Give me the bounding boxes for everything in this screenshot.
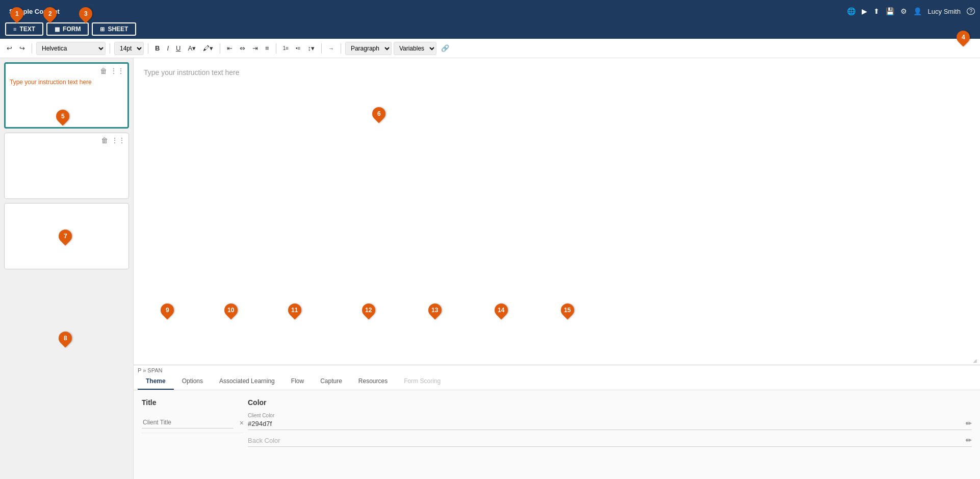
bold-button[interactable]: B [152,43,162,54]
highlight-button[interactable]: 🖍▾ [200,43,216,54]
back-color-edit-button[interactable]: ✏ [966,436,972,444]
indent-button[interactable]: → [326,44,337,53]
slide-1-delete-button[interactable]: 🗑 [100,67,107,75]
separator-5 [276,43,276,54]
slide-item-2[interactable]: 🗑 ⋮⋮ [4,133,129,199]
help-icon[interactable]: ? [967,8,975,15]
globe-icon[interactable]: 🌐 [847,7,856,15]
tab-form-button[interactable]: ▦ FORM [46,22,89,36]
tab-resources[interactable]: Resources [350,373,396,390]
text-tab-icon: ≡ [13,26,16,32]
tab-form-scoring: Form Scoring [396,373,449,390]
client-color-value: #294d7f [248,420,963,427]
slide-2-toolbar: 🗑 ⋮⋮ [101,136,125,144]
back-color-value: Back Color [248,437,963,444]
slide-1-text: Type your instruction text here [10,78,123,87]
font-color-button[interactable]: A▾ [185,43,198,54]
theme-grid: Title × Color Client Color [142,398,972,447]
tab-options[interactable]: Options [174,373,211,390]
client-color-edit-button[interactable]: ✏ [966,419,972,427]
align-left-button[interactable]: ⇤ [224,43,235,54]
client-color-row: #294d7f ✏ [248,419,972,430]
separator-3 [148,43,148,54]
slide-2-delete-button[interactable]: 🗑 [101,136,108,144]
content-area: Type your instruction text here ◢ P » SP… [134,58,980,479]
resize-handle[interactable]: ◢ [973,358,979,364]
tab-sheet-button[interactable]: ⊞ SHEET [92,22,136,36]
slide-2-drag-handle[interactable]: ⋮⋮ [111,136,125,144]
tab-text-button[interactable]: ≡ TEXT [5,22,43,36]
redo-button[interactable]: ↪ [17,43,28,54]
slide-item-3[interactable] [4,203,129,269]
tab-flow[interactable]: Flow [283,373,312,390]
client-color-field: Client Color #294d7f ✏ [248,413,972,430]
tab-form-label: FORM [63,26,81,33]
paragraph-select[interactable]: Paragraph Heading 1 Heading 2 [345,42,392,55]
ordered-list-button[interactable]: 1≡ [280,44,291,53]
separator-7 [341,43,341,54]
separator-4 [220,43,220,54]
tab-sheet-label: SHEET [108,26,128,33]
align-right-button[interactable]: ⇥ [250,43,261,54]
tab-text-label: TEXT [19,26,35,33]
back-color-label: Back Color [248,437,280,444]
color-col-header: Color [248,398,972,407]
client-title-clear-button[interactable]: × [240,419,244,427]
tab-capture[interactable]: Capture [312,373,350,390]
form-tab-icon: ▦ [55,26,60,33]
slide-1-toolbar: 🗑 ⋮⋮ [100,67,124,75]
separator-6 [321,43,322,54]
color-column: Color Client Color #294d7f ✏ [248,398,972,447]
variables-select[interactable]: Variables [394,42,436,55]
undo-button[interactable]: ↩ [4,43,15,54]
back-color-field: Back Color ✏ [248,436,972,447]
nav-tab-sample[interactable]: Sample Content [5,6,64,17]
client-color-label: Client Color [248,413,972,418]
tab-buttons-bar: ≡ TEXT ▦ FORM ⊞ SHEET [0,22,980,39]
align-center-button[interactable]: ⇔ [237,43,248,54]
link-button[interactable]: 🔗 [439,43,452,54]
formatting-toolbar: ↩ ↪ Helvetica Arial Times New Roman 14pt… [0,39,980,58]
client-title-row: × [142,413,244,433]
title-column: Title × [142,398,244,447]
breadcrumb: P » SPAN [134,365,980,373]
separator-1 [32,43,32,54]
unordered-list-button[interactable]: •≡ [293,44,303,53]
editor-area[interactable]: Type your instruction text here ◢ [134,58,980,365]
play-icon[interactable]: ▶ [862,7,867,15]
align-justify-button[interactable]: ≡ [263,43,272,54]
font-size-select[interactable]: 14pt 8pt 10pt 12pt 16pt 18pt [114,42,144,55]
title-col-header: Title [142,398,244,407]
top-nav: Sample Content 🌐 ▶ ⬆ 💾 ⚙ 👤 Lucy Smith ? [0,0,980,22]
italic-button[interactable]: I [164,43,171,54]
settings-icon[interactable]: ⚙ [900,7,907,15]
theme-content: Title × Color Client Color [134,390,980,479]
save-icon[interactable]: 💾 [886,7,894,15]
editor-placeholder: Type your instruction text here [144,68,970,77]
tab-associated-learning[interactable]: Associated Learning [211,373,283,390]
color-fields: Client Color #294d7f ✏ Back Color [248,413,972,447]
main-layout: 🗑 ⋮⋮ Type your instruction text here 🗑 ⋮… [0,58,980,479]
slide-item-1[interactable]: 🗑 ⋮⋮ Type your instruction text here [4,62,129,129]
bottom-tabs: Theme Options Associated Learning Flow C… [134,373,980,390]
bottom-panel: P » SPAN Theme Options Associated Learni… [134,365,980,479]
line-height-button[interactable]: ↕▾ [305,43,317,54]
back-color-row: Back Color ✏ [248,436,972,447]
separator-2 [110,43,110,54]
top-nav-right: 🌐 ▶ ⬆ 💾 ⚙ 👤 Lucy Smith ? [847,7,975,15]
client-title-input[interactable] [142,417,234,428]
font-family-select[interactable]: Helvetica Arial Times New Roman [36,42,106,55]
user-icon[interactable]: 👤 [913,7,922,15]
tab-theme[interactable]: Theme [138,373,174,390]
slide-panel: 🗑 ⋮⋮ Type your instruction text here 🗑 ⋮… [0,58,134,479]
underline-button[interactable]: U [173,43,183,54]
sheet-tab-icon: ⊞ [100,26,105,33]
upload-icon[interactable]: ⬆ [873,7,880,15]
username-label: Lucy Smith [928,8,961,15]
slide-1-drag-handle[interactable]: ⋮⋮ [110,67,124,75]
